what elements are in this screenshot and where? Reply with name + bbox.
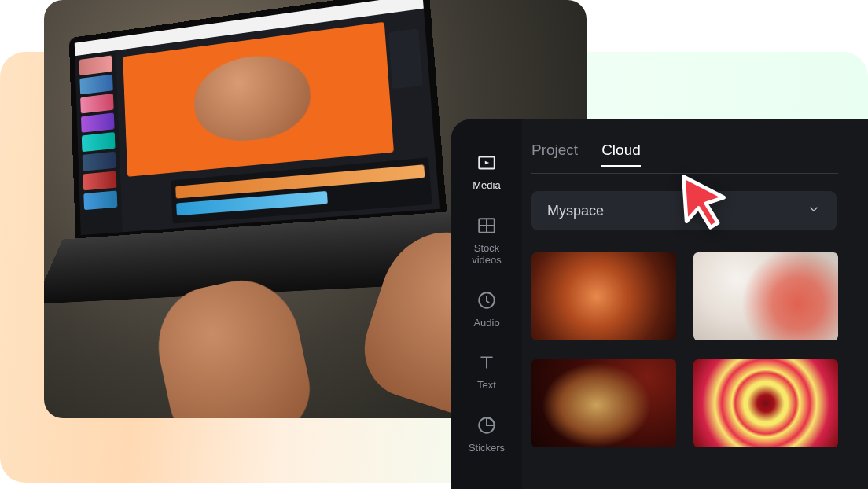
chevron-down-icon <box>807 202 821 220</box>
sidenav-item-audio[interactable]: Audio <box>460 290 513 329</box>
media-library-panel: Media Stock videos Audio Text Stickers <box>451 119 868 489</box>
cloud-thumbnail[interactable] <box>693 359 838 447</box>
editor-sidenav: Media Stock videos Audio Text Stickers <box>451 119 522 489</box>
dropdown-selected-label: Myspace <box>547 203 604 219</box>
stickers-icon <box>476 415 497 436</box>
sidenav-item-stickers[interactable]: Stickers <box>460 415 513 454</box>
sidenav-label: Audio <box>473 317 499 329</box>
media-icon <box>476 153 497 173</box>
media-tabs: Project Cloud <box>522 142 868 173</box>
sidenav-label: Stickers <box>469 442 505 454</box>
text-icon <box>476 352 497 373</box>
cloud-thumbnail[interactable] <box>531 359 676 447</box>
cloud-thumbnail-grid <box>522 252 868 447</box>
sidenav-item-text[interactable]: Text <box>460 352 513 392</box>
tab-project[interactable]: Project <box>531 142 578 167</box>
cloud-space-dropdown[interactable]: Myspace <box>531 191 837 230</box>
cloud-thumbnail[interactable] <box>531 252 676 340</box>
sidenav-label: Stock videos <box>460 242 513 267</box>
tabs-underline <box>531 173 838 174</box>
panel-main: Project Cloud Myspace <box>522 119 868 489</box>
cloud-thumbnail[interactable] <box>693 252 838 340</box>
sidenav-label: Text <box>477 379 496 392</box>
sidenav-item-media[interactable]: Media <box>460 153 513 192</box>
stock-videos-icon <box>476 215 497 236</box>
sidenav-label: Media <box>473 179 500 192</box>
audio-icon <box>476 290 497 311</box>
tab-cloud[interactable]: Cloud <box>601 142 641 167</box>
sidenav-item-stock-videos[interactable]: Stock videos <box>460 215 513 267</box>
